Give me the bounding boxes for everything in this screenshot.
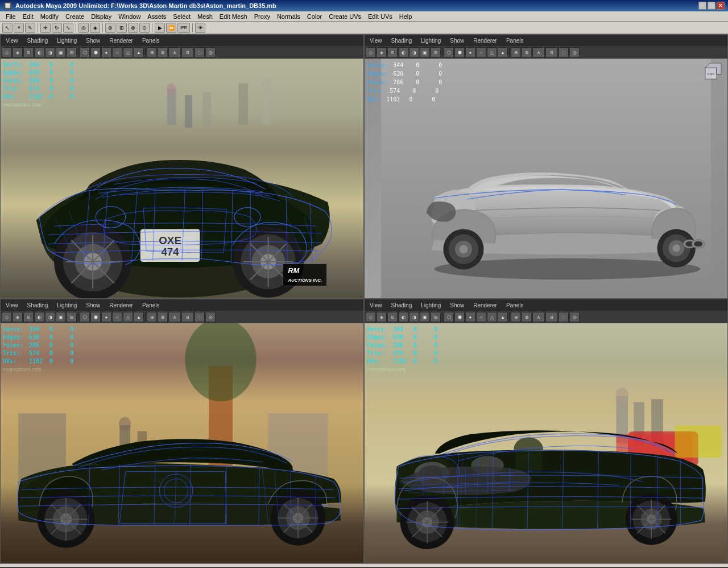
vp4-btn15[interactable]: ⊗ — [522, 312, 532, 322]
vp1-btn8[interactable]: ⬡ — [80, 47, 90, 57]
vp3-btn16[interactable]: A — [168, 312, 181, 322]
vp3-btn9[interactable]: ⬢ — [90, 312, 101, 322]
menu-proxy[interactable]: Proxy — [251, 13, 274, 20]
vp3-menu-renderer[interactable]: Renderer — [107, 302, 135, 309]
vp3-btn7[interactable]: ⊞ — [67, 312, 77, 322]
toolbar-lasso[interactable]: ⌖ — [14, 23, 24, 33]
vp4-btn9[interactable]: ⬢ — [454, 312, 465, 322]
vp3-btn4[interactable]: ◐ — [34, 312, 44, 322]
toolbar-soft[interactable]: ◎ — [78, 23, 89, 33]
vp1-btn15[interactable]: ⊗ — [158, 47, 168, 57]
vp4-btn12[interactable]: △ — [487, 312, 497, 322]
vp4-btn10[interactable]: ● — [465, 312, 475, 322]
menu-edituvs[interactable]: Edit UVs — [365, 13, 396, 20]
vp2-btn2[interactable]: ◈ — [377, 47, 387, 57]
vp3-menu-shading[interactable]: Shading — [26, 302, 50, 309]
vp4-btn5[interactable]: ◑ — [409, 312, 419, 322]
toolbar-snap3[interactable]: ⊗ — [128, 23, 138, 33]
vp1-btn18[interactable]: ◌ — [195, 47, 205, 57]
vp2-btn15[interactable]: ⊗ — [522, 47, 532, 57]
vp3-btn13[interactable]: ▲ — [134, 312, 144, 322]
vp2-btn6[interactable]: ▣ — [420, 47, 430, 57]
vp1-btn10[interactable]: ● — [101, 47, 111, 57]
vp2-btn8[interactable]: ⬡ — [444, 47, 454, 57]
vp1-btn7[interactable]: ⊞ — [67, 47, 77, 57]
vp2-btn12[interactable]: △ — [487, 47, 497, 57]
menu-file[interactable]: File — [2, 13, 19, 20]
vp3-btn19[interactable]: ◎ — [205, 312, 216, 322]
vp2-btn18[interactable]: ◌ — [559, 47, 569, 57]
vp1-btn13[interactable]: ▲ — [134, 47, 144, 57]
vp3-btn1[interactable]: ◇ — [2, 312, 12, 322]
viewport-top-left[interactable]: View Shading Lighting Show Renderer Pane… — [0, 34, 364, 299]
vp4-btn17[interactable]: B — [545, 312, 558, 322]
toolbar-paint[interactable]: ✎ — [25, 23, 35, 33]
vp1-btn6[interactable]: ▣ — [56, 47, 66, 57]
vp4-btn2[interactable]: ◈ — [377, 312, 387, 322]
vp4-menu-renderer[interactable]: Renderer — [471, 302, 499, 309]
vp4-menu-panels[interactable]: Panels — [504, 302, 526, 309]
menu-modify[interactable]: Modify — [37, 13, 62, 20]
cube-indicator[interactable]: front — [702, 61, 725, 84]
vp1-btn3[interactable]: ⊙ — [23, 47, 34, 57]
vp2-btn5[interactable]: ◑ — [409, 47, 419, 57]
vp2-menu-panels[interactable]: Panels — [504, 37, 526, 44]
vp4-btn1[interactable]: ◇ — [366, 312, 376, 322]
menu-display[interactable]: Display — [88, 13, 115, 20]
vp3-btn3[interactable]: ⊙ — [23, 312, 34, 322]
vp1-btn16[interactable]: A — [168, 47, 181, 57]
vp2-btn10[interactable]: ● — [465, 47, 475, 57]
viewport-bottom-right[interactable]: View Shading Lighting Show Renderer Pane… — [364, 299, 728, 563]
vp1-btn11[interactable]: ○ — [112, 47, 122, 57]
vp1-menu-panels[interactable]: Panels — [140, 37, 162, 44]
vp3-menu-lighting[interactable]: Lighting — [55, 302, 78, 309]
toolbar-render2[interactable]: ⏩ — [166, 23, 176, 33]
menu-create[interactable]: Create — [62, 13, 88, 20]
vp3-btn11[interactable]: ○ — [112, 312, 122, 322]
vp2-btn14[interactable]: ⊕ — [511, 47, 521, 57]
viewport-top-right[interactable]: View Shading Lighting Show Renderer Pane… — [364, 34, 728, 299]
vp2-btn11[interactable]: ○ — [476, 47, 486, 57]
vp3-btn18[interactable]: ◌ — [195, 312, 205, 322]
vp2-btn19[interactable]: ◎ — [569, 47, 580, 57]
vp1-btn9[interactable]: ⬢ — [90, 47, 101, 57]
toolbar-ipr[interactable]: IPR — [177, 23, 190, 33]
vp4-menu-shading[interactable]: Shading — [390, 302, 414, 309]
menu-normals[interactable]: Normals — [274, 13, 304, 20]
vp2-btn16[interactable]: A — [532, 47, 545, 57]
vp4-btn13[interactable]: ▲ — [498, 312, 508, 322]
menu-assets[interactable]: Assets — [144, 13, 169, 20]
menu-color[interactable]: Color — [304, 13, 325, 20]
menu-mesh[interactable]: Mesh — [194, 13, 216, 20]
toolbar-snap2[interactable]: ⊞ — [117, 23, 127, 33]
minimize-button[interactable]: ─ — [698, 2, 706, 10]
vp3-btn8[interactable]: ⬡ — [80, 312, 90, 322]
vp3-btn12[interactable]: △ — [123, 312, 133, 322]
vp3-menu-show[interactable]: Show — [84, 302, 102, 309]
vp2-btn13[interactable]: ▲ — [498, 47, 508, 57]
vp3-btn15[interactable]: ⊗ — [158, 312, 168, 322]
toolbar-snap1[interactable]: ⊕ — [105, 23, 115, 33]
vp4-menu-show[interactable]: Show — [448, 302, 466, 309]
vp4-btn14[interactable]: ⊕ — [511, 312, 521, 322]
vp3-btn2[interactable]: ◈ — [13, 312, 23, 322]
vp4-btn6[interactable]: ▣ — [420, 312, 430, 322]
vp3-btn17[interactable]: B — [181, 312, 194, 322]
vp4-menu-lighting[interactable]: Lighting — [419, 302, 442, 309]
vp4-btn8[interactable]: ⬡ — [444, 312, 454, 322]
close-button[interactable]: ✕ — [717, 2, 725, 10]
menu-help[interactable]: Help — [396, 13, 416, 20]
vp3-menu-panels[interactable]: Panels — [140, 302, 162, 309]
menu-editmesh[interactable]: Edit Mesh — [216, 13, 251, 20]
vp2-btn17[interactable]: B — [545, 47, 558, 57]
vp4-btn16[interactable]: A — [532, 312, 545, 322]
vp1-menu-show[interactable]: Show — [84, 37, 102, 44]
toolbar-move[interactable]: ✛ — [40, 23, 51, 33]
toolbar-select[interactable]: ↖ — [2, 23, 13, 33]
vp4-btn4[interactable]: ◐ — [398, 312, 408, 322]
toolbar-show-hide[interactable]: 👁 — [195, 23, 205, 33]
vp4-btn18[interactable]: ◌ — [559, 312, 569, 322]
vp1-btn17[interactable]: B — [181, 47, 194, 57]
vp2-btn7[interactable]: ⊞ — [431, 47, 441, 57]
vp2-menu-show[interactable]: Show — [448, 37, 466, 44]
